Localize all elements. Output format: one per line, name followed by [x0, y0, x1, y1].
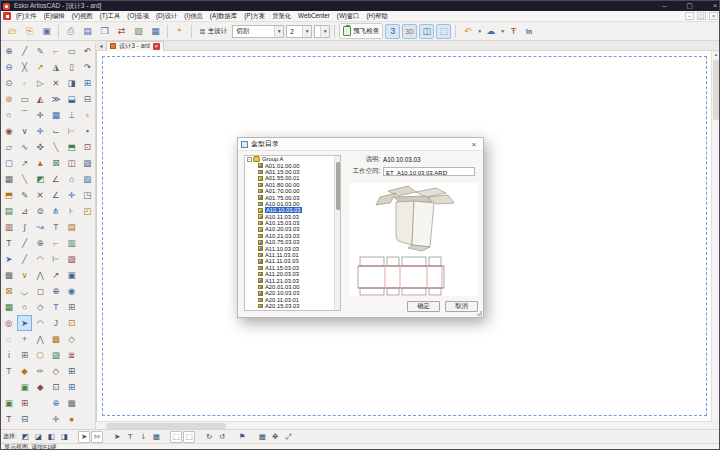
tool-button-r2c5[interactable]: ⊞: [79, 75, 95, 91]
tool-button-r8c3[interactable]: ∠: [48, 171, 64, 187]
tool-button-r3c0[interactable]: ⊚: [1, 91, 17, 107]
tool-button-r4c5[interactable]: ▫: [79, 107, 95, 123]
undo-icon[interactable]: ↶: [460, 24, 475, 39]
3d-orange-icon[interactable]: 3D: [402, 24, 417, 39]
tool-button-r22c1[interactable]: ⊞: [17, 395, 33, 411]
bottom-tool-g1i0[interactable]: ➤: [78, 431, 90, 443]
tool-button-r13c4[interactable]: ▨: [64, 251, 80, 267]
tool-button-r21c1[interactable]: ▣: [17, 379, 33, 395]
scroll-up-icon[interactable]: ▲: [712, 51, 720, 59]
tool-button-r21c4[interactable]: ⊞: [64, 379, 80, 395]
bottom-tool-g3i1[interactable]: ⬚: [183, 431, 195, 443]
tool-button-r18c0[interactable]: ◌: [1, 331, 17, 347]
tool-button-r9c3[interactable]: ∠: [48, 187, 64, 203]
tool-button-r16c3[interactable]: T: [48, 299, 64, 315]
bottom-tool-g0i1[interactable]: ◪: [32, 431, 44, 443]
tool-button-r11c0[interactable]: ▥: [1, 219, 17, 235]
tool-button-r17c4[interactable]: ⊡: [64, 315, 80, 331]
bottom-tool-g2i3[interactable]: ▦: [150, 431, 162, 443]
tool-button-r18c3[interactable]: ▩: [48, 331, 64, 347]
tool-button-r23c4[interactable]: ●: [64, 411, 80, 427]
spec-sheet-icon[interactable]: ＊: [172, 24, 187, 39]
tool-button-r0c5[interactable]: ↶: [79, 43, 95, 59]
vscroll-thumb[interactable]: [713, 60, 719, 120]
selection-box-icon[interactable]: ⬚: [436, 24, 451, 39]
tool-button-r17c0[interactable]: ◎: [1, 315, 17, 331]
bottom-tool-g5i0[interactable]: ⚑: [236, 431, 248, 443]
tool-button-r8c5[interactable]: ▧: [79, 171, 95, 187]
tool-button-r21c3[interactable]: ⊡: [48, 379, 64, 395]
chevron-down-icon[interactable]: ▼: [320, 26, 329, 37]
tool-button-r12c3[interactable]: ⌐: [48, 235, 64, 251]
tool-button-r0c2[interactable]: ✎: [32, 43, 48, 59]
menu-item-6[interactable]: (I)信息: [184, 12, 203, 21]
bottom-tool-g1i1[interactable]: ⇰: [91, 431, 103, 443]
tool-button-r5c3[interactable]: ⌙: [48, 123, 64, 139]
menu-item-8[interactable]: (P)方案: [244, 12, 265, 21]
tool-button-r21c2[interactable]: ◆: [32, 379, 48, 395]
chevron-down-icon[interactable]: ▼: [274, 26, 283, 37]
tool-button-r13c3[interactable]: ⊢: [48, 251, 64, 267]
bottom-tool-g2i1[interactable]: Ƭ: [124, 431, 136, 443]
tool-button-r19c0[interactable]: i: [1, 347, 17, 363]
tool-button-r19c3[interactable]: ▨: [48, 347, 64, 363]
menu-item-7[interactable]: (A)数据库: [210, 12, 237, 21]
tool-button-r6c5[interactable]: ⊡: [79, 139, 95, 155]
tool-button-r12c1[interactable]: ╱: [17, 235, 33, 251]
3d-icon[interactable]: 3: [385, 24, 400, 39]
tool-button-r5c0[interactable]: ◉: [1, 123, 17, 139]
bottom-tool-g6i2[interactable]: ⤢: [282, 431, 294, 443]
document-tab[interactable]: 设计3 - ard ×: [106, 41, 164, 51]
tool-button-r5c1[interactable]: ∨: [17, 123, 33, 139]
tool-button-r4c1[interactable]: ⌒: [17, 107, 33, 123]
tool-button-r1c3[interactable]: ◮: [48, 59, 64, 75]
tool-button-r20c3[interactable]: ◇: [48, 363, 64, 379]
tool-button-r2c1[interactable]: ◦: [17, 75, 33, 91]
tool-button-r6c2[interactable]: ✜: [32, 139, 48, 155]
tool-button-r17c3[interactable]: J: [48, 315, 64, 331]
tool-button-r10c3[interactable]: ⋔: [48, 203, 64, 219]
bottom-tool-g0i0[interactable]: ◩: [19, 431, 31, 443]
tool-button-r10c2[interactable]: ⊜: [32, 203, 48, 219]
tool-button-r14c1[interactable]: ∨: [17, 267, 33, 283]
tool-button-r20c2[interactable]: ✑: [32, 363, 48, 379]
collapse-icon[interactable]: −: [247, 157, 252, 162]
tool-button-r6c4[interactable]: ⬒: [64, 139, 80, 155]
tab-close-icon[interactable]: ×: [153, 43, 160, 50]
tool-button-r6c1[interactable]: ∿: [17, 139, 33, 155]
tool-button-r11c2[interactable]: ↝: [32, 219, 48, 235]
bottom-tool-g4i1[interactable]: ↺: [216, 431, 228, 443]
workspace-field[interactable]: ET_A10.10.03.03.ARD: [383, 167, 475, 176]
tool-button-r7c2[interactable]: ▲: [32, 155, 48, 171]
tool-button-r18c1[interactable]: ＋: [17, 331, 33, 347]
tool-button-r1c0[interactable]: ⊖: [1, 59, 17, 75]
bottom-tool-g4i0[interactable]: ↻: [203, 431, 215, 443]
vertical-scrollbar[interactable]: ▲: [711, 51, 719, 421]
display-options-icon[interactable]: ▤: [80, 24, 95, 39]
menu-item-3[interactable]: (T)工具: [100, 12, 121, 21]
bottom-tool-g3i0[interactable]: ⬚: [170, 431, 182, 443]
tool-button-r3c4[interactable]: ⬓: [64, 91, 80, 107]
tool-button-r0c0[interactable]: ⊕: [1, 43, 17, 59]
layout-windows-icon[interactable]: ◫: [419, 24, 434, 39]
tool-button-r5c5[interactable]: ▪: [79, 123, 95, 139]
ok-button[interactable]: 确定: [407, 301, 440, 312]
tool-button-r7c5[interactable]: ▨: [79, 155, 95, 171]
main-design-button[interactable]: ≣主设计: [196, 25, 230, 38]
tool-button-r5c4[interactable]: ⊢: [64, 123, 80, 139]
tree-scroll-thumb[interactable]: [336, 162, 341, 210]
convert-3d-icon[interactable]: ❒: [97, 24, 112, 39]
menu-item-4[interactable]: (O)选项: [127, 12, 149, 21]
tool-button-r8c2[interactable]: ◩: [32, 171, 48, 187]
cancel-button[interactable]: 取消: [445, 301, 478, 312]
sync-icon[interactable]: ⇄: [114, 24, 129, 39]
tool-button-r9c4[interactable]: ✛: [64, 187, 80, 203]
tool-button-r15c4[interactable]: ◉: [64, 283, 80, 299]
tool-button-r22c4[interactable]: ▩: [64, 395, 80, 411]
tool-button-r13c1[interactable]: ╱: [17, 251, 33, 267]
tool-button-r0c3[interactable]: ⌐: [48, 43, 64, 59]
tool-button-r16c2[interactable]: ◇: [32, 299, 48, 315]
tool-button-r15c3[interactable]: ⊕: [48, 283, 64, 299]
tool-button-r0c1[interactable]: ╱: [17, 43, 33, 59]
dialog-close-icon[interactable]: ×: [468, 140, 480, 149]
